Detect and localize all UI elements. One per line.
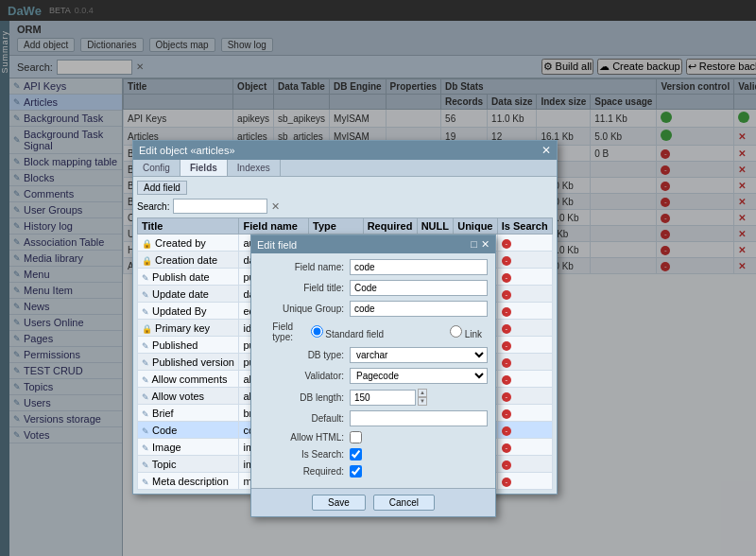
edit-object-close-button[interactable]: ✕: [541, 144, 551, 157]
field-name-input[interactable]: [350, 259, 488, 275]
add-field-button[interactable]: Add field: [137, 181, 187, 195]
db-length-spinner: ▲ ▼: [418, 389, 427, 406]
tab-fields[interactable]: Fields: [180, 160, 228, 176]
validator-select[interactable]: Pagecode None Email URL: [350, 368, 488, 384]
default-input[interactable]: [350, 410, 488, 426]
field-type-radio-group: Standard field Link: [299, 325, 488, 339]
required-label: Required:: [259, 466, 344, 477]
db-length-label: DB length:: [259, 392, 344, 403]
dialog-search-input[interactable]: [173, 199, 267, 214]
field-name-label: Field name:: [259, 262, 344, 272]
db-type-label: DB type:: [259, 350, 344, 360]
standard-field-radio[interactable]: [311, 325, 323, 338]
save-button[interactable]: Save: [312, 495, 366, 511]
is-search-row: Is Search:: [259, 448, 488, 460]
dialog-search-label: Search:: [137, 201, 169, 212]
edit-object-title: Edit object «articles»: [139, 145, 235, 156]
unique-group-label: Unique Group:: [259, 304, 344, 314]
lock-icon: 🔒: [142, 324, 152, 334]
db-type-row: DB type: varchar text int float datetime…: [259, 347, 488, 363]
fields-col-unique: Unique: [454, 218, 498, 235]
validator-row: Validator: Pagecode None Email URL: [259, 368, 488, 384]
edit-icon[interactable]: ✎: [142, 341, 149, 351]
field-title-row: Field title:: [259, 280, 488, 296]
dialog-search-clear[interactable]: ✕: [271, 200, 280, 213]
fields-col-null: NULL: [417, 218, 454, 235]
db-length-row: DB length: ▲ ▼: [259, 389, 488, 406]
edit-icon[interactable]: ✎: [142, 307, 149, 317]
edit-icon[interactable]: ✎: [142, 273, 149, 283]
cancel-button[interactable]: Cancel: [373, 495, 435, 511]
dialog-search-bar: Search: ✕: [137, 199, 553, 214]
lock-icon: 🔒: [142, 256, 152, 266]
edit-icon[interactable]: ✎: [142, 478, 149, 487]
edit-icon[interactable]: ✎: [142, 375, 149, 385]
spinner-down[interactable]: ▼: [418, 397, 427, 406]
fields-col-required: Required: [363, 218, 417, 235]
is-search-label: Is Search:: [259, 449, 344, 460]
dialog-tabs: Config Fields Indexes: [133, 160, 557, 177]
default-row: Default:: [259, 410, 488, 426]
edit-field-title: Edit field: [257, 239, 297, 251]
edit-field-body: Field name: Field title: Unique Group: F…: [251, 253, 495, 488]
edit-icon[interactable]: ✎: [142, 290, 149, 300]
field-title-input[interactable]: [350, 280, 488, 296]
validator-label: Validator:: [259, 371, 344, 381]
edit-field-dialog: Edit field □ ✕ Field name: Field title: …: [250, 235, 496, 517]
required-checkbox[interactable]: [350, 465, 362, 478]
unique-group-input[interactable]: [350, 301, 488, 317]
maximize-icon[interactable]: □: [471, 238, 477, 251]
edit-field-close-button[interactable]: ✕: [481, 238, 490, 251]
edit-icon[interactable]: ✎: [142, 409, 149, 419]
fields-col-issearch: Is Search: [497, 218, 552, 235]
field-type-row: Field type: Standard field Link: [259, 321, 488, 342]
tab-config[interactable]: Config: [133, 160, 180, 176]
allow-html-label: Allow HTML:: [259, 432, 344, 443]
edit-object-dialog-header: Edit object «articles» ✕: [133, 141, 557, 160]
spinner-up[interactable]: ▲: [418, 389, 427, 397]
edit-icon[interactable]: ✎: [142, 392, 149, 402]
allow-html-checkbox[interactable]: [350, 431, 362, 443]
field-title-label: Field title:: [259, 283, 344, 293]
lock-icon: 🔒: [142, 239, 152, 249]
edit-icon[interactable]: ✎: [142, 426, 149, 436]
edit-icon[interactable]: ✎: [142, 460, 149, 470]
edit-field-dialog-header: Edit field □ ✕: [251, 235, 495, 253]
default-label: Default:: [259, 413, 344, 424]
allow-html-row: Allow HTML:: [259, 431, 488, 443]
edit-icon[interactable]: ✎: [142, 443, 149, 453]
unique-group-row: Unique Group:: [259, 301, 488, 317]
fields-col-type: Type: [309, 218, 364, 235]
edit-field-footer: Save Cancel: [251, 488, 495, 516]
field-type-label: Field type:: [259, 321, 293, 342]
field-name-row: Field name:: [259, 259, 488, 275]
fields-col-name: Field name: [239, 218, 309, 235]
db-type-select[interactable]: varchar text int float datetime boolean: [350, 347, 488, 363]
db-length-input[interactable]: [350, 390, 416, 406]
tab-indexes[interactable]: Indexes: [228, 160, 281, 176]
link-radio[interactable]: [450, 325, 462, 338]
edit-icon[interactable]: ✎: [142, 358, 149, 368]
fields-col-title: Title: [138, 218, 239, 235]
required-row: Required:: [259, 465, 488, 478]
is-search-checkbox[interactable]: [350, 448, 362, 460]
